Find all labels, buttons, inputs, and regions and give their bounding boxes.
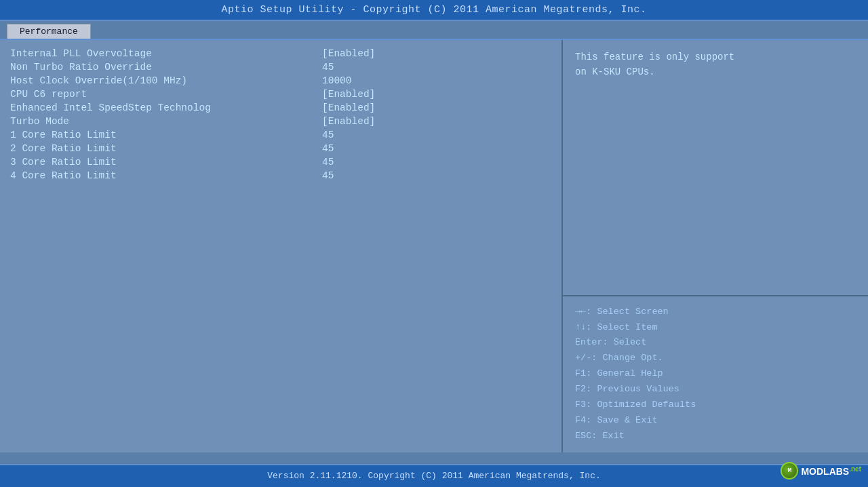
key-label: ↑↓: <box>575 322 597 332</box>
key-desc: Select Item <box>597 322 657 332</box>
modlabs-brand: MODLABS.net <box>801 458 861 484</box>
bios-value: [Enabled] <box>322 102 375 113</box>
bios-row[interactable]: CPU C6 report[Enabled] <box>10 87 551 101</box>
key-label: F1: <box>575 368 597 378</box>
help-line-2: on K-SKU CPUs. <box>575 65 856 80</box>
bios-row[interactable]: Enhanced Intel SpeedStep Technolog[Enabl… <box>10 101 551 115</box>
bios-row[interactable]: Internal PLL Overvoltage[Enabled] <box>10 47 551 60</box>
help-text: This feature is only support on K-SKU CP… <box>563 40 868 296</box>
bios-label: CPU C6 report <box>10 89 322 100</box>
key-label: Enter: <box>575 337 614 347</box>
key-help-item: F1: General Help <box>575 366 856 382</box>
bios-row[interactable]: 4 Core Ratio Limit45 <box>10 169 551 182</box>
key-help-item: ↑↓: Select Item <box>575 320 856 336</box>
key-help-item: +/-: Change Opt. <box>575 351 856 366</box>
key-label: +/-: <box>575 353 603 363</box>
left-panel: Internal PLL Overvoltage[Enabled]Non Tur… <box>0 40 563 452</box>
bios-value: 45 <box>322 130 334 140</box>
bios-label: 3 Core Ratio Limit <box>10 157 322 168</box>
bios-value: 45 <box>322 62 334 73</box>
right-panel: This feature is only support on K-SKU CP… <box>563 40 868 452</box>
tab-row: Performance <box>0 21 868 40</box>
key-label: →←: <box>575 307 597 317</box>
key-desc: General Help <box>597 368 663 378</box>
key-label: F3: <box>575 400 597 410</box>
footer-text: Version 2.11.1210. Copyright (C) 2011 Am… <box>267 465 600 487</box>
bios-label: 2 Core Ratio Limit <box>10 143 322 154</box>
key-desc: Save & Exit <box>597 415 657 425</box>
key-help: →←: Select Screen↑↓: Select ItemEnter: S… <box>563 296 868 452</box>
bios-value: [Enabled] <box>322 116 375 127</box>
key-help-item: F4: Save & Exit <box>575 413 856 429</box>
key-desc: Optimized Defaults <box>597 400 696 410</box>
bios-value: [Enabled] <box>322 48 375 59</box>
bios-label: Internal PLL Overvoltage <box>10 48 322 59</box>
main-content: Internal PLL Overvoltage[Enabled]Non Tur… <box>0 40 868 452</box>
modlabs-logo: M MODLABS.net <box>781 458 861 484</box>
bios-label: 4 Core Ratio Limit <box>10 170 322 181</box>
key-help-item: Enter: Select <box>575 335 856 351</box>
bios-row[interactable]: Turbo Mode[Enabled] <box>10 115 551 128</box>
bios-label: Enhanced Intel SpeedStep Technolog <box>10 102 322 113</box>
key-desc: Select <box>614 337 647 347</box>
bios-label: Non Turbo Ratio Override <box>10 62 322 73</box>
key-label: ESC: <box>575 431 603 441</box>
key-label: F4: <box>575 415 597 425</box>
help-line-1: This feature is only support <box>575 50 856 65</box>
bios-value: [Enabled] <box>322 89 375 100</box>
bios-row[interactable]: Host Clock Override(1/100 MHz)10000 <box>10 74 551 87</box>
key-help-item: ESC: Exit <box>575 429 856 444</box>
bios-value: 45 <box>322 143 334 154</box>
bios-row[interactable]: 2 Core Ratio Limit45 <box>10 142 551 155</box>
key-desc: Change Opt. <box>603 353 663 363</box>
modlabs-circle-icon: M <box>781 462 798 480</box>
key-desc: Exit <box>603 431 625 441</box>
header-bar: Aptio Setup Utility - Copyright (C) 2011… <box>0 0 868 21</box>
bios-row[interactable]: Non Turbo Ratio Override45 <box>10 60 551 74</box>
bios-value: 45 <box>322 157 334 168</box>
header-title: Aptio Setup Utility - Copyright (C) 2011… <box>221 4 646 16</box>
bios-label: Host Clock Override(1/100 MHz) <box>10 75 322 86</box>
bios-label: 1 Core Ratio Limit <box>10 130 322 140</box>
bios-value: 45 <box>322 170 334 181</box>
key-help-item: →←: Select Screen <box>575 305 856 320</box>
bios-value: 10000 <box>322 75 352 86</box>
footer-bar: Version 2.11.1210. Copyright (C) 2011 Am… <box>0 464 868 487</box>
key-desc: Select Screen <box>597 307 668 317</box>
key-help-item: F3: Optimized Defaults <box>575 397 856 413</box>
key-help-item: F2: Previous Values <box>575 382 856 397</box>
performance-tab[interactable]: Performance <box>7 24 91 39</box>
bios-row[interactable]: 3 Core Ratio Limit45 <box>10 155 551 169</box>
key-label: F2: <box>575 384 597 394</box>
bios-row[interactable]: 1 Core Ratio Limit45 <box>10 128 551 142</box>
bios-label: Turbo Mode <box>10 116 322 127</box>
key-desc: Previous Values <box>597 384 679 394</box>
